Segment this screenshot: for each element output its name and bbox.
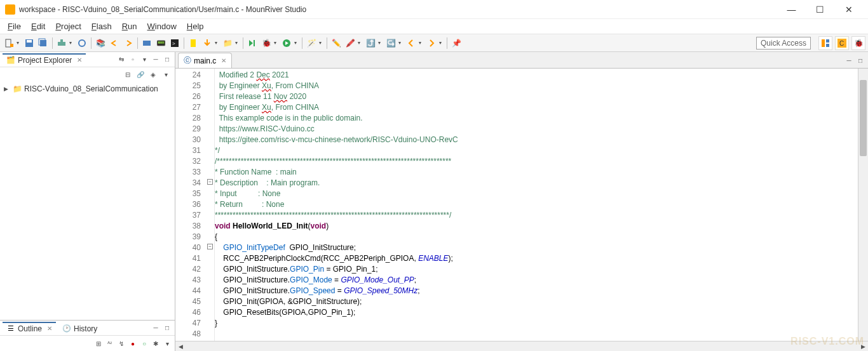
wand-button[interactable]: 🪄 — [305, 37, 318, 50]
tree-item[interactable]: ▶ 📁 RISC-Vduino_08_SerialCommunication — [3, 84, 172, 94]
maximize-editor-button[interactable]: □ — [855, 55, 865, 65]
menu-help[interactable]: Help — [182, 20, 209, 32]
menu-icon[interactable]: ▾ — [162, 338, 172, 348]
minimize-editor-button[interactable]: ─ — [844, 55, 854, 65]
sort-button[interactable]: ⊞ — [93, 338, 104, 348]
collapse-all-button[interactable]: ⇆ — [116, 55, 126, 65]
back-button[interactable] — [405, 37, 417, 50]
dropdown-icon[interactable]: ▾ — [358, 40, 363, 46]
project-tree[interactable]: ▶ 📁 RISC-Vduino_08_SerialCommunication — [0, 81, 175, 320]
edit-button[interactable]: ✏️ — [330, 37, 342, 50]
build-button[interactable] — [55, 37, 68, 50]
scroll-left-icon[interactable]: ◀ — [175, 343, 186, 350]
open-perspective-button[interactable] — [818, 36, 832, 50]
code-content[interactable]: Modified 2 Dec 2021 by Engineer Xu, From… — [215, 69, 858, 341]
menu-run[interactable]: Run — [117, 20, 142, 32]
hide-nonpublic-button[interactable]: ○ — [139, 338, 149, 348]
c-perspective-button[interactable]: C — [835, 36, 849, 50]
device-button[interactable]: 📟 — [154, 37, 167, 50]
project-explorer-title: Project Explorer — [18, 56, 72, 65]
menu-file[interactable]: File — [3, 20, 26, 32]
svg-rect-9 — [143, 41, 151, 46]
history-tab[interactable]: 🕑 History — [58, 322, 101, 334]
minimize-pane-button[interactable]: ─ — [151, 55, 161, 65]
scrollbar-thumb[interactable] — [860, 80, 867, 156]
flash-button[interactable] — [187, 37, 200, 50]
close-icon[interactable]: ✕ — [77, 56, 82, 63]
save-all-button[interactable] — [37, 37, 50, 50]
close-icon[interactable]: ✕ — [47, 325, 52, 332]
dropdown-icon[interactable]: ▾ — [398, 40, 403, 46]
maximize-pane-button[interactable]: □ — [162, 323, 172, 333]
minimize-button[interactable]: — — [777, 0, 806, 19]
step-over-button[interactable]: ↪️ — [384, 37, 397, 50]
dropdown-icon[interactable]: ▾ — [419, 40, 424, 46]
dropdown-icon[interactable]: ▾ — [215, 40, 220, 46]
pin-button[interactable]: 📌 — [450, 37, 463, 50]
menu-icon[interactable]: ▾ — [161, 69, 171, 79]
editor-tab-main-c[interactable]: ⓒ main.c ✕ — [178, 53, 232, 68]
undo-button[interactable] — [108, 37, 121, 50]
menu-flash[interactable]: Flash — [86, 20, 117, 32]
outline-tab[interactable]: ☰ Outline ✕ — [3, 322, 56, 334]
tool-button[interactable]: ✱ — [151, 338, 161, 348]
dropdown-icon[interactable]: ▾ — [294, 40, 299, 46]
folder-button[interactable]: 📁 — [221, 37, 234, 50]
hide-fields-button[interactable]: ↯ — [116, 338, 126, 348]
dropdown-icon[interactable]: ▾ — [274, 40, 279, 46]
dropdown-icon[interactable]: ▾ — [439, 40, 444, 46]
link-editor-button[interactable]: ▫ — [128, 55, 138, 65]
editor-tab-label: main.c — [194, 56, 216, 65]
run-button[interactable] — [280, 37, 293, 50]
dropdown-icon[interactable]: ▾ — [319, 40, 324, 46]
app-icon — [5, 4, 15, 15]
project-explorer-tab[interactable]: 🗂️ Project Explorer ✕ — [3, 53, 86, 66]
line-number-gutter: 2425262728293031323334353637383940414243… — [175, 69, 206, 341]
expand-icon[interactable]: ▶ — [4, 86, 10, 92]
step-button[interactable]: ⤴️ — [364, 37, 377, 50]
forward-button[interactable] — [425, 37, 438, 50]
maximize-button[interactable]: ☐ — [806, 0, 834, 19]
debug-button[interactable]: 🐞 — [260, 37, 273, 50]
minimize-pane-button[interactable]: ─ — [151, 323, 161, 333]
save-button[interactable] — [23, 37, 36, 50]
az-button[interactable]: ᴬᶻ — [105, 338, 115, 348]
maximize-pane-button[interactable]: □ — [162, 55, 172, 65]
fold-toggle[interactable]: − — [207, 244, 213, 249]
filter-button[interactable]: ⊟ — [123, 69, 133, 79]
redo-button[interactable] — [122, 37, 135, 50]
folding-bar[interactable]: −− — [206, 69, 215, 341]
toggle-button[interactable] — [140, 37, 153, 50]
editor-body[interactable]: 2425262728293031323334353637383940414243… — [175, 69, 868, 341]
dropdown-icon[interactable]: ▾ — [235, 40, 240, 46]
skip-button[interactable] — [246, 37, 259, 50]
close-icon[interactable]: ✕ — [221, 57, 226, 64]
dropdown-icon[interactable]: ▾ — [378, 40, 383, 46]
hide-static-button[interactable]: ● — [128, 338, 138, 348]
view-menu-button[interactable]: ▾ — [139, 55, 149, 65]
vertical-scrollbar[interactable] — [858, 69, 868, 341]
link-button[interactable]: 🔗 — [135, 69, 146, 79]
menu-project[interactable]: Project — [50, 20, 86, 32]
new-button[interactable] — [3, 37, 15, 50]
rebuild-button[interactable] — [76, 37, 88, 50]
history-title: History — [74, 324, 97, 333]
quick-access-field[interactable]: Quick Access — [756, 37, 811, 50]
horizontal-scrollbar[interactable]: ◀ ▶ — [175, 341, 868, 351]
focus-button[interactable]: ◈ — [148, 69, 158, 79]
highlight-button[interactable]: 🖍️ — [344, 37, 356, 50]
book-icon[interactable]: 📚 — [94, 37, 107, 50]
dropdown-icon[interactable]: ▾ — [17, 40, 22, 46]
dropdown-icon[interactable]: ▾ — [69, 40, 74, 46]
debug-perspective-button[interactable]: 🐞 — [851, 36, 865, 50]
left-panel: 🗂️ Project Explorer ✕ ⇆ ▫ ▾ ─ □ ⊟ 🔗 ◈ ▾ … — [0, 52, 175, 351]
close-button[interactable]: ✕ — [834, 0, 863, 19]
svg-rect-7 — [60, 39, 63, 42]
project-explorer-header: 🗂️ Project Explorer ✕ ⇆ ▫ ▾ ─ □ — [0, 52, 175, 67]
terminal-button[interactable]: > — [168, 37, 181, 50]
menu-edit[interactable]: Edit — [26, 20, 50, 32]
download-button[interactable] — [201, 37, 214, 50]
fold-toggle[interactable]: − — [207, 179, 213, 185]
menu-window[interactable]: Window — [142, 20, 182, 32]
watermark: RISC-V1.COM — [790, 336, 864, 347]
